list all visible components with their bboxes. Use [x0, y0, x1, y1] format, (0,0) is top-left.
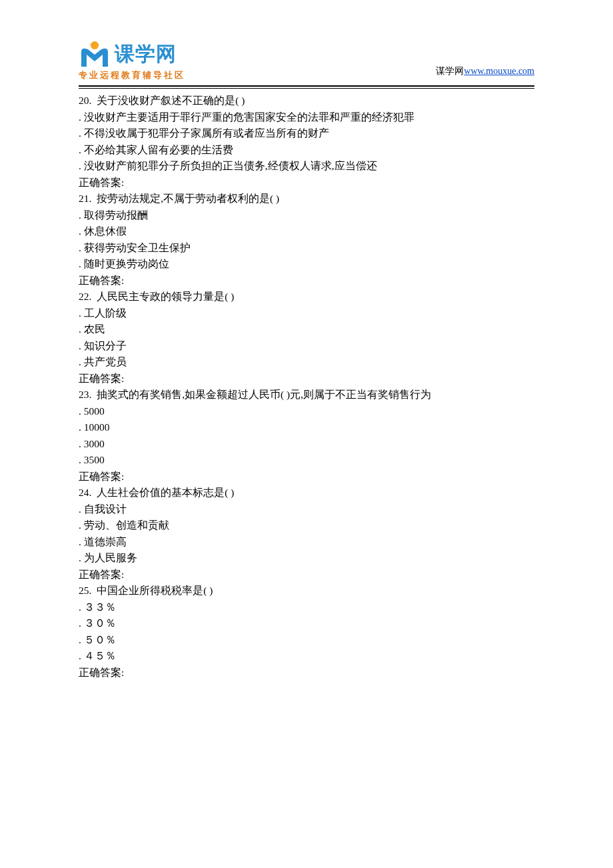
question-21: 21. 按劳动法规定,不属于劳动者权利的是( ) . 取得劳动报酬 . 休息休假… — [79, 191, 534, 289]
option: . 没收财产主要适用于罪行严重的危害国家安全的法罪和严重的经济犯罪 — [79, 109, 534, 126]
option: . 劳动、创造和贡献 — [79, 517, 534, 534]
logo: 课学网 专业远程教育辅导社区 — [79, 40, 185, 81]
option: . 获得劳动安全卫生保护 — [79, 240, 534, 257]
option: . 随时更换劳动岗位 — [79, 256, 534, 273]
option: . 3500 — [79, 452, 534, 469]
question-stem: 20. 关于没收财产叙述不正确的是( ) — [79, 93, 534, 109]
option: . 道德崇高 — [79, 534, 534, 551]
option: . 取得劳动报酬 — [79, 207, 534, 224]
logo-top: 课学网 — [79, 40, 185, 68]
option: . 休息休假 — [79, 223, 534, 240]
option: . 自我设计 — [79, 501, 534, 518]
option: . ４５％ — [79, 648, 534, 665]
option: . 农民 — [79, 321, 534, 338]
option: . 工人阶级 — [79, 305, 534, 322]
option: . 10000 — [79, 419, 534, 436]
option: . 没收财产前犯罪分子所负担的正当债务,经债权人请求,应当偿还 — [79, 158, 534, 175]
question-20: 20. 关于没收财产叙述不正确的是( ) . 没收财产主要适用于罪行严重的危害国… — [79, 93, 534, 191]
option: . 不得没收属于犯罪分子家属所有或者应当所有的财产 — [79, 125, 534, 142]
logo-subtitle: 专业远程教育辅导社区 — [79, 69, 185, 81]
answer-label: 正确答案: — [79, 469, 534, 485]
site-ref: 谋学网www.mouxue.com — [436, 65, 534, 77]
answer-label: 正确答案: — [79, 567, 534, 583]
question-stem: 25. 中国企业所得税税率是( ) — [79, 583, 534, 599]
page: 课学网 专业远程教育辅导社区 谋学网www.mouxue.com 20. 关于没… — [0, 0, 613, 814]
option: . ３３％ — [79, 599, 534, 616]
question-stem: 23. 抽奖式的有奖销售,如果金额超过人民币( )元,则属于不正当有奖销售行为 — [79, 387, 534, 403]
question-22: 22. 人民民主专政的领导力量是( ) . 工人阶级 . 农民 . 知识分子 .… — [79, 289, 534, 387]
question-stem: 22. 人民民主专政的领导力量是( ) — [79, 289, 534, 305]
logo-icon — [79, 40, 111, 68]
answer-label: 正确答案: — [79, 665, 534, 681]
divider — [79, 85, 534, 89]
option: . 3000 — [79, 436, 534, 453]
header: 课学网 专业远程教育辅导社区 谋学网www.mouxue.com — [79, 40, 534, 84]
option: . ５０％ — [79, 632, 534, 649]
content: 20. 关于没收财产叙述不正确的是( ) . 没收财产主要适用于罪行严重的危害国… — [79, 93, 534, 681]
answer-label: 正确答案: — [79, 175, 534, 191]
site-link[interactable]: www.mouxue.com — [464, 66, 534, 76]
question-24: 24. 人生社会价值的基本标志是( ) . 自我设计 . 劳动、创造和贡献 . … — [79, 485, 534, 583]
question-stem: 21. 按劳动法规定,不属于劳动者权利的是( ) — [79, 191, 534, 207]
question-25: 25. 中国企业所得税税率是( ) . ３３％ . ３０％ . ５０％ . ４５… — [79, 583, 534, 681]
answer-label: 正确答案: — [79, 273, 534, 289]
option: . 共产党员 — [79, 354, 534, 371]
site-label: 谋学网 — [436, 66, 464, 76]
option: . ３０％ — [79, 615, 534, 632]
question-23: 23. 抽奖式的有奖销售,如果金额超过人民币( )元,则属于不正当有奖销售行为 … — [79, 387, 534, 485]
question-stem: 24. 人生社会价值的基本标志是( ) — [79, 485, 534, 501]
option: . 知识分子 — [79, 338, 534, 355]
option: . 为人民服务 — [79, 550, 534, 567]
option: . 不必给其家人留有必要的生活费 — [79, 142, 534, 159]
option: . 5000 — [79, 403, 534, 420]
logo-text: 课学网 — [115, 41, 177, 68]
answer-label: 正确答案: — [79, 371, 534, 387]
